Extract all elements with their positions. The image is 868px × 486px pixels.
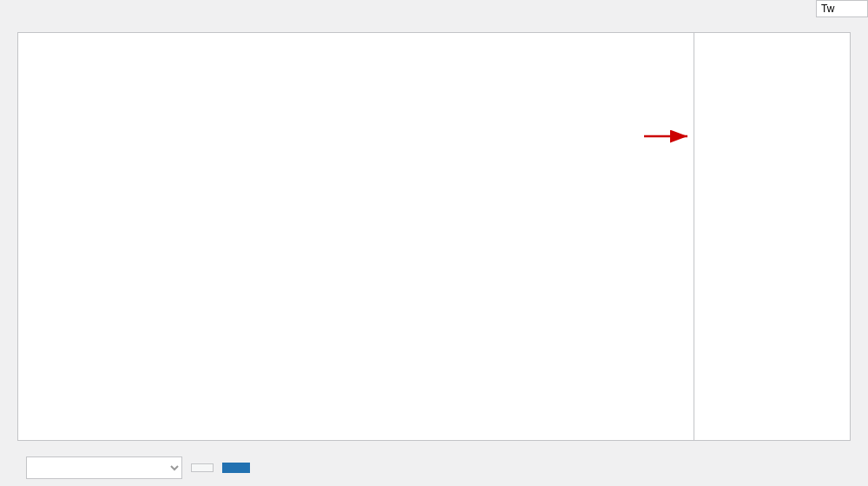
bottom-bar	[0, 450, 868, 486]
sidebar	[694, 32, 851, 441]
doc-select[interactable]	[26, 456, 182, 479]
code-scroll[interactable]	[18, 33, 694, 440]
sidebar-title	[694, 33, 850, 41]
theme-select-input[interactable]	[816, 0, 868, 17]
main-content	[0, 0, 868, 450]
update-file-button[interactable]	[222, 463, 250, 473]
code-editor[interactable]	[17, 32, 694, 441]
red-box-overlay	[18, 440, 22, 441]
select-theme-area	[812, 0, 868, 17]
header-bar	[17, 13, 851, 20]
page-wrapper	[0, 0, 868, 486]
lookup-button[interactable]	[191, 463, 214, 472]
editor-area	[17, 32, 851, 441]
